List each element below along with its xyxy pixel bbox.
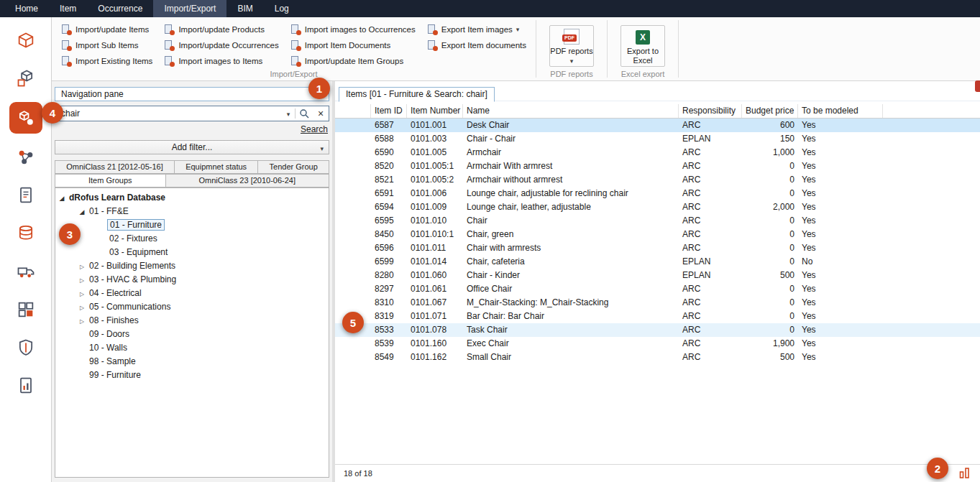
- ribbon-button[interactable]: Export Item documents: [425, 38, 528, 52]
- nav-tab[interactable]: Equipmnet status: [175, 160, 258, 174]
- ribbon-button[interactable]: Import Sub Items: [59, 38, 155, 52]
- tree-item[interactable]: 09 - Doors: [55, 327, 329, 340]
- ribbon-button[interactable]: Import Existing Items: [59, 54, 155, 68]
- item-groups-tree: dRofus Learn Database 01 - FF&E 01 - Fur…: [55, 187, 329, 478]
- table-row[interactable]: 8521 0101.005:2 Armchair without armrest…: [335, 173, 980, 187]
- documents-icon[interactable]: [9, 181, 42, 210]
- cell-budget-price: 0: [742, 228, 798, 241]
- reports-icon[interactable]: [9, 371, 42, 400]
- table-row[interactable]: 6599 0101.014 Chair, cafeteria EPLAN 0 N…: [335, 255, 980, 269]
- tree-expander-icon[interactable]: [77, 274, 87, 284]
- chart-icon[interactable]: [958, 466, 971, 481]
- tree-expander-icon[interactable]: [77, 288, 87, 298]
- menu-tab[interactable]: Occurrence: [87, 0, 153, 17]
- chevron-down-icon[interactable]: [282, 108, 295, 119]
- tree-item[interactable]: 08 - Finishes: [55, 313, 329, 327]
- menu-tab-label: Item: [60, 4, 76, 14]
- finance-icon[interactable]: [9, 219, 42, 248]
- nav-tab[interactable]: Item Groups: [55, 174, 166, 187]
- search-link[interactable]: Search: [301, 124, 328, 134]
- table-row[interactable]: 6591 0101.006 Lounge chair, adjustable f…: [335, 187, 980, 200]
- column-item-id[interactable]: Item ID: [371, 104, 407, 118]
- tree-item[interactable]: 02 - Building Elements: [55, 259, 329, 272]
- table-row[interactable]: 8310 0101.067 M_Chair-Stacking: M_Chair-…: [335, 296, 980, 310]
- tree-expander-icon[interactable]: [77, 302, 87, 312]
- table-row[interactable]: 6587 0101.001 Desk Chair ARC 600 Yes: [335, 119, 980, 132]
- ribbon-button[interactable]: Import/update Occurrences: [162, 38, 280, 52]
- nav-tab[interactable]: OmniClass 21 [2012-05-16]: [55, 160, 175, 174]
- menu-tab[interactable]: Import/Export: [153, 0, 226, 17]
- table-row[interactable]: 8533 0101.078 Task Chair ARC 0 Yes: [335, 323, 980, 337]
- cell-gutter: [335, 269, 371, 282]
- occurrences-icon[interactable]: [9, 102, 42, 134]
- cell-filler: [883, 351, 980, 364]
- table-row[interactable]: 8280 0101.060 Chair - Kinder EPLAN 500 Y…: [335, 269, 980, 282]
- cell-filler: [883, 310, 980, 323]
- tree-expander-icon[interactable]: [57, 193, 67, 203]
- tree-expander-icon[interactable]: [77, 261, 87, 271]
- table-row[interactable]: 6588 0101.003 Chair - Chair EPLAN 150 Ye…: [335, 132, 980, 146]
- nav-tab[interactable]: Tender Group: [258, 160, 329, 174]
- tree-item[interactable]: 03 - HVAC & Plumbing: [55, 272, 329, 286]
- cell-to-be-modeled: Yes: [798, 323, 883, 337]
- export-to-excel-button[interactable]: X Export to Excel: [620, 25, 665, 67]
- tree-item[interactable]: 02 - Fixtures: [55, 231, 329, 245]
- table-row[interactable]: 6594 0101.009 Lounge chair, leather, adj…: [335, 200, 980, 214]
- menu-tab[interactable]: Item: [49, 0, 87, 17]
- sub-items-icon[interactable]: [9, 64, 42, 93]
- tree-item[interactable]: 04 - Electrical: [55, 286, 329, 300]
- table-row[interactable]: 8539 0101.160 Exec Chair ARC 1,900 Yes: [335, 337, 980, 351]
- tree-expander-icon[interactable]: [77, 315, 87, 325]
- search-value[interactable]: chair: [55, 108, 282, 119]
- search-input[interactable]: chair ×: [55, 106, 329, 121]
- pdf-reports-button[interactable]: PDF PDF reports: [549, 25, 594, 67]
- security-icon[interactable]: [9, 333, 42, 362]
- cell-item-id: 8310: [371, 296, 407, 310]
- relations-icon[interactable]: [9, 143, 42, 172]
- table-row[interactable]: 8450 0101.010:1 Chair, green ARC 0 Yes: [335, 228, 980, 241]
- column-name[interactable]: Name: [463, 104, 679, 118]
- tree-item[interactable]: 01 - FF&E: [55, 204, 329, 218]
- column-to-be-modeled[interactable]: To be modeled: [798, 104, 883, 118]
- tree-item[interactable]: 98 - Sample: [55, 354, 329, 368]
- tree-item[interactable]: 03 - Equipment: [55, 245, 329, 259]
- tree-item[interactable]: 99 - Furniture: [55, 368, 329, 381]
- tree-item[interactable]: 01 - Furniture: [55, 218, 329, 231]
- table-row[interactable]: 8549 0101.162 Small Chair ARC 500 Yes: [335, 351, 980, 364]
- column-item-number[interactable]: Item Number: [407, 104, 463, 118]
- clear-search-icon[interactable]: ×: [313, 106, 329, 121]
- table-row[interactable]: 8297 0101.061 Office Chair ARC 0 Yes: [335, 282, 980, 296]
- tree-item[interactable]: 10 - Walls: [55, 340, 329, 354]
- column-budget-price[interactable]: Budget price: [742, 104, 798, 118]
- table-row[interactable]: 8319 0101.071 Bar Chair: Bar Chair ARC 0…: [335, 310, 980, 323]
- items-cube-icon[interactable]: [9, 26, 42, 55]
- cell-filler: [883, 337, 980, 351]
- search-icon[interactable]: [296, 108, 313, 119]
- ribbon-button[interactable]: Import images to Items: [162, 54, 280, 68]
- column-gutter[interactable]: [335, 104, 371, 118]
- cell-budget-price: 1,000: [742, 146, 798, 159]
- table-row[interactable]: 8520 0101.005:1 Armchair With armrest AR…: [335, 159, 980, 173]
- table-row[interactable]: 6595 0101.010 Chair ARC 0 Yes: [335, 214, 980, 228]
- menu-tab[interactable]: BIM: [226, 0, 263, 17]
- ribbon-button[interactable]: Import images to Occurrences: [288, 22, 418, 37]
- nav-tab[interactable]: OmniClass 23 [2010-06-24]: [166, 174, 330, 187]
- ribbon-button[interactable]: Import/update Item Groups: [288, 54, 418, 68]
- table-row[interactable]: 6590 0101.005 Armchair ARC 1,000 Yes: [335, 146, 980, 159]
- menu-tab[interactable]: Log: [264, 0, 300, 17]
- column-responsibility[interactable]: Responsibility: [679, 104, 742, 118]
- menu-tab[interactable]: Home: [4, 0, 49, 17]
- table-row[interactable]: 6596 0101.011 Chair with armrests ARC 0 …: [335, 241, 980, 255]
- tree-item[interactable]: dRofus Learn Database: [55, 190, 329, 204]
- excel-file-icon: X: [636, 30, 650, 45]
- tree-item[interactable]: 05 - Communications: [55, 300, 329, 313]
- ribbon-button[interactable]: Import Item Documents: [288, 38, 418, 52]
- tree-expander-icon[interactable]: [77, 206, 87, 216]
- ribbon-button[interactable]: Import/update Products: [162, 22, 280, 37]
- systems-icon[interactable]: [9, 295, 42, 324]
- logistics-icon[interactable]: [9, 257, 42, 286]
- items-tab[interactable]: Items [01 - Furniture & Search: chair]: [339, 87, 495, 102]
- add-filter-dropdown[interactable]: Add filter...: [55, 140, 329, 154]
- ribbon-button[interactable]: Export Item images: [425, 22, 528, 37]
- ribbon-button[interactable]: Import/update Items: [59, 22, 155, 37]
